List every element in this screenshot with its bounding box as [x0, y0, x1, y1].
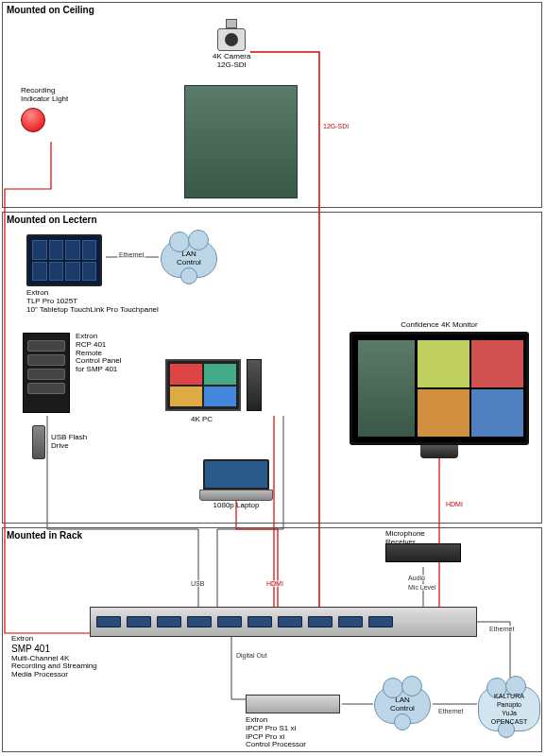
- smp-desc2: Recording and Streaming: [11, 662, 97, 670]
- smp-desc3: Media Processor: [11, 670, 68, 679]
- smp-rack-icon: [90, 607, 477, 637]
- ipcp-desc2: Control Processor: [246, 740, 306, 748]
- section-rack-label: Mounted in Rack: [7, 530, 82, 541]
- touchpanel-brand: Extron: [26, 288, 48, 297]
- usb-subtitle: Drive: [51, 441, 69, 450]
- camera-stand-icon: [226, 19, 237, 28]
- touchpanel-desc: 10" Tabletop TouchLink Pro Touchpanel: [26, 305, 159, 314]
- node-pc: [165, 359, 262, 411]
- rcp-model: RCP 401: [76, 340, 106, 349]
- node-lan-cloud-1: LAN Control: [161, 240, 217, 278]
- cloud-icon-2: LAN Control: [374, 686, 431, 724]
- cdn-item-3: OPENCAST: [491, 717, 528, 726]
- ipcp-icon: [246, 695, 340, 713]
- laptop-icon: [203, 459, 269, 502]
- ipcp-brand: Extron: [246, 715, 267, 724]
- node-rcp: Extron RCP 401 Remote Control Panel for …: [23, 333, 121, 413]
- node-camera: 4K Camera 12G-SDI: [213, 19, 250, 70]
- usb-drive-icon: [32, 425, 45, 459]
- rcp-desc1: Remote: [76, 349, 102, 357]
- smp-model: SMP 401: [11, 644, 50, 654]
- node-ipcp: Extron IPCP Pro S1 xi IPCP Pro xi Contro…: [246, 695, 340, 749]
- lan-cloud-1-label: LAN Control: [177, 250, 201, 267]
- lan-cloud-2-label: LAN Control: [390, 696, 415, 713]
- confidence-monitor-title: Confidence 4K Monitor: [350, 321, 529, 330]
- pc-tower-icon: [247, 359, 262, 411]
- cdn-item-0: KALTURA: [491, 692, 528, 700]
- mic-title: Microphone: [385, 529, 425, 538]
- person-image-icon: [184, 85, 298, 198]
- recording-light-icon: [21, 108, 45, 132]
- node-touchpanel: Extron TLP Pro 1025T 10" Tabletop TouchL…: [26, 234, 159, 314]
- node-lan-cloud-2: LAN Control: [374, 686, 431, 724]
- node-cdn-cloud: KALTURA Panopto YuJa OPENCAST: [478, 686, 540, 731]
- smp-brand: Extron: [11, 634, 33, 643]
- node-mic-receiver: Microphone Receiver: [385, 543, 461, 547]
- light-subtitle: Indicator Light: [21, 94, 68, 103]
- camera-subtitle: 12G-SDI: [217, 60, 247, 69]
- touchpanel-model: TLP Pro 1025T: [26, 297, 77, 305]
- rcp-icon: [23, 333, 70, 413]
- pc-monitor-icon: [165, 359, 241, 411]
- camera-title: 4K Camera: [213, 52, 250, 60]
- touchpanel-icon: [26, 234, 102, 286]
- camera-icon: [217, 28, 246, 51]
- node-usb-drive: USB Flash Drive: [32, 425, 87, 459]
- node-smp: [90, 607, 477, 637]
- camera-preview: [184, 85, 298, 198]
- section-lectern-label: Mounted on Lectern: [7, 215, 97, 225]
- cloud-icon: LAN Control: [161, 240, 217, 278]
- rcp-desc3: for SMP 401: [76, 365, 117, 373]
- confidence-monitor-icon: [350, 332, 529, 445]
- section-ceiling-label: Mounted on Ceiling: [7, 5, 94, 15]
- node-recording-light: Recording Indicator Light: [21, 87, 68, 132]
- mic-subtitle: Receiver: [385, 538, 416, 546]
- ipcp-desc1: IPCP Pro xi: [246, 732, 284, 741]
- laptop-title: 1080p Laptop: [203, 502, 269, 510]
- rcp-desc2: Control Panel: [76, 356, 121, 365]
- node-laptop: 1080p Laptop: [203, 459, 269, 510]
- node-confidence-monitor: Confidence 4K Monitor: [350, 321, 529, 458]
- rcp-brand: Extron: [76, 332, 97, 340]
- smp-desc1: Multi-Channel 4K: [11, 654, 69, 662]
- cdn-item-2: YuJa: [491, 709, 528, 717]
- smp-label-block: Extron SMP 401 Multi-Channel 4K Recordin…: [11, 635, 97, 679]
- cdn-item-1: Panopto: [491, 700, 528, 709]
- diagram-canvas: 12G-SDI Ethernet USB HDMI HDMI Audio Mic…: [0, 0, 546, 756]
- ipcp-model: IPCP Pro S1 xi: [246, 724, 296, 732]
- pc-title: 4K PC: [191, 416, 213, 424]
- cdn-cloud-icon: KALTURA Panopto YuJa OPENCAST: [478, 686, 540, 731]
- light-title: Recording: [21, 86, 55, 94]
- usb-title: USB Flash: [51, 433, 87, 441]
